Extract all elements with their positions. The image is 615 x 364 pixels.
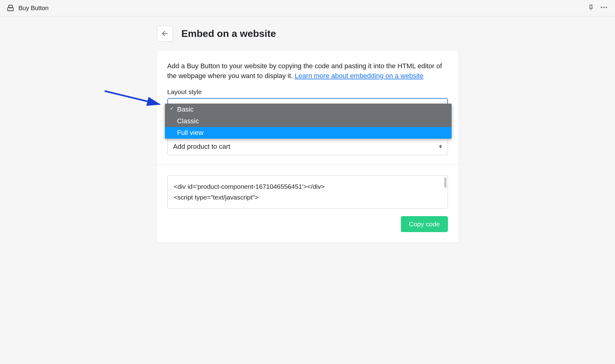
top-bar: Buy Button (0, 0, 615, 16)
page-header: Embed on a website (157, 26, 458, 42)
dropdown-option-basic[interactable]: Basic (165, 104, 452, 115)
learn-more-link[interactable]: Learn more about embedding on a website (295, 72, 423, 80)
dropdown-option-classic[interactable]: Classic (165, 115, 452, 127)
embed-code-box[interactable]: <div id='product-component-1671046556451… (167, 175, 448, 209)
top-bar-left: Buy Button (7, 5, 49, 12)
copy-code-button[interactable]: Copy code (401, 216, 448, 232)
layout-style-dropdown: Basic Classic Full view (165, 104, 452, 139)
svg-point-3 (603, 7, 605, 8)
copy-button-row: Copy code (167, 216, 448, 232)
svg-line-6 (105, 91, 159, 104)
code-line-1: <div id='product-component-1671046556451… (174, 183, 325, 190)
more-icon[interactable] (600, 4, 608, 12)
dropdown-option-full-view[interactable]: Full view (165, 127, 452, 139)
svg-rect-1 (10, 7, 11, 8)
app-title: Buy Button (18, 5, 49, 12)
intro-paragraph: Add a Buy Button to your website by copy… (167, 61, 448, 81)
pin-icon[interactable] (588, 4, 594, 12)
action-select[interactable]: Add product to cart (167, 138, 448, 155)
arrow-left-icon (162, 30, 168, 37)
buy-button-app-icon (7, 5, 14, 11)
page-title: Embed on a website (182, 28, 276, 39)
layout-style-select-wrapper: Basic Classic Full view (167, 98, 448, 105)
main-card: Add a Buy Button to your website by copy… (157, 51, 458, 243)
scrollbar[interactable] (444, 177, 446, 188)
card-section-intro: Add a Buy Button to your website by copy… (157, 51, 458, 164)
top-bar-right (588, 4, 608, 12)
layout-style-label: Layout style (167, 88, 448, 96)
arrow-annotation (102, 89, 163, 108)
code-line-2: <script type="text/javascript"> (174, 194, 259, 201)
action-select-value: Add product to cart (173, 143, 230, 151)
select-chevrons-icon (439, 145, 442, 148)
svg-point-2 (601, 7, 602, 8)
svg-point-4 (606, 7, 607, 8)
code-section: <div id='product-component-1671046556451… (157, 165, 458, 243)
back-button[interactable] (157, 26, 173, 42)
content-area: Embed on a website Add a Buy Button to y… (157, 16, 458, 252)
